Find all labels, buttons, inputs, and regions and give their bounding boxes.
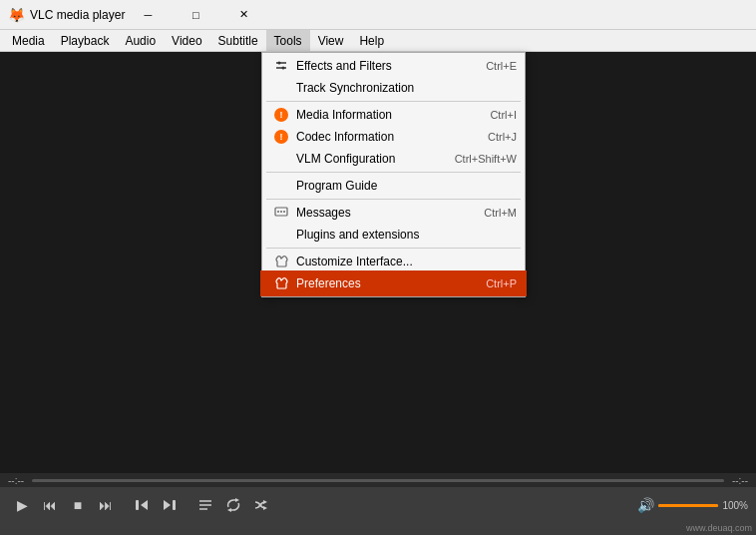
menu-playback[interactable]: Playback <box>53 30 118 51</box>
volume-fill <box>658 504 718 507</box>
watermark: www.deuaq.com <box>686 523 752 533</box>
codecinfo-shortcut: Ctrl+J <box>488 131 517 143</box>
minimize-button[interactable]: ─ <box>125 0 171 30</box>
controls-row: ▶ ⏮ ■ ⏭ <box>0 487 756 523</box>
orange-dot-mediainfo: ! <box>274 108 288 122</box>
orange-dot-codecinfo: ! <box>274 130 288 144</box>
progress-bar-track[interactable] <box>32 479 724 482</box>
frame-forward-button[interactable] <box>158 493 182 517</box>
separator-1 <box>266 101 521 102</box>
codecinfo-icon: ! <box>270 130 292 144</box>
play-button[interactable]: ▶ <box>10 493 34 517</box>
menu-help[interactable]: Help <box>351 30 392 51</box>
messages-label: Messages <box>296 206 476 220</box>
time-right: --:-- <box>732 475 748 486</box>
random-button[interactable] <box>249 493 273 517</box>
volume-label: 100% <box>722 500 748 511</box>
plugins-label: Plugins and extensions <box>296 228 517 242</box>
menu-item-programguide[interactable]: Program Guide <box>262 175 525 197</box>
svg-rect-16 <box>173 500 176 510</box>
close-button[interactable]: ✕ <box>220 0 266 30</box>
volume-icon[interactable]: 🔊 <box>637 497 654 513</box>
title-bar: 🦊 VLC media player ─ □ ✕ <box>0 0 756 30</box>
menu-item-effects[interactable]: Effects and Filters Ctrl+E <box>262 55 525 77</box>
svg-point-10 <box>277 211 279 213</box>
loop-button[interactable] <box>221 493 245 517</box>
effects-shortcut: Ctrl+E <box>486 60 517 72</box>
effects-label: Effects and Filters <box>296 59 478 73</box>
vlmconfig-label: VLM Configuration <box>296 152 447 166</box>
messages-icon <box>270 206 292 220</box>
mediainfo-shortcut: Ctrl+I <box>490 109 517 121</box>
menu-audio[interactable]: Audio <box>117 30 164 51</box>
preferences-label: Preferences <box>296 276 478 290</box>
tracksync-label: Track Synchronization <box>296 81 517 95</box>
menu-video[interactable]: Video <box>164 30 209 51</box>
menu-item-preferences[interactable]: Preferences Ctrl+P <box>262 272 525 294</box>
svg-point-6 <box>278 62 281 65</box>
time-left: --:-- <box>8 475 24 486</box>
menu-media[interactable]: Media <box>4 30 53 51</box>
svg-point-12 <box>283 211 285 213</box>
frame-back-button[interactable] <box>130 493 154 517</box>
menu-item-codecinfo[interactable]: ! Codec Information Ctrl+J <box>262 126 525 148</box>
svg-marker-22 <box>263 500 267 504</box>
messages-shortcut: Ctrl+M <box>484 207 517 219</box>
svg-point-11 <box>280 211 282 213</box>
svg-marker-21 <box>227 508 231 512</box>
main-content: Effects and Filters Ctrl+E Track Synchro… <box>0 52 756 471</box>
preferences-icon <box>270 276 292 290</box>
vlmconfig-shortcut: Ctrl+Shift+W <box>455 153 517 165</box>
progress-bar-container: --:-- --:-- <box>0 473 756 487</box>
svg-rect-13 <box>136 500 139 510</box>
tools-dropdown: Effects and Filters Ctrl+E Track Synchro… <box>261 52 526 297</box>
preferences-shortcut: Ctrl+P <box>486 277 517 289</box>
menu-item-plugins[interactable]: Plugins and extensions <box>262 224 525 246</box>
svg-point-8 <box>282 67 285 70</box>
svg-marker-23 <box>263 506 267 510</box>
menu-tools[interactable]: Tools <box>266 30 310 51</box>
svg-marker-14 <box>141 500 148 510</box>
volume-section: 🔊 100% <box>637 497 748 513</box>
menu-item-tracksync[interactable]: Track Synchronization <box>262 77 525 99</box>
control-bar: --:-- --:-- ▶ ⏮ ■ ⏭ <box>0 473 756 535</box>
playlist-button[interactable] <box>193 493 217 517</box>
menu-item-messages[interactable]: Messages Ctrl+M <box>262 202 525 224</box>
menu-item-vlmconfig[interactable]: VLM Configuration Ctrl+Shift+W <box>262 148 525 170</box>
mediainfo-label: Media Information <box>296 108 482 122</box>
app-icon: 🦊 <box>8 7 25 23</box>
menu-subtitle[interactable]: Subtitle <box>210 30 266 51</box>
next-button[interactable]: ⏭ <box>94 493 118 517</box>
separator-4 <box>266 248 521 249</box>
customize-icon <box>270 255 292 268</box>
svg-marker-15 <box>164 500 171 510</box>
prev-button[interactable]: ⏮ <box>38 493 62 517</box>
customize-label: Customize Interface... <box>296 255 517 268</box>
programguide-label: Program Guide <box>296 179 517 193</box>
volume-slider[interactable] <box>658 504 718 507</box>
menu-item-customize[interactable]: Customize Interface... <box>262 251 525 272</box>
separator-2 <box>266 172 521 173</box>
menu-item-mediainfo[interactable]: ! Media Information Ctrl+I <box>262 104 525 126</box>
menu-bar: Media Playback Audio Video Subtitle Tool… <box>0 30 756 52</box>
window-controls: ─ □ ✕ <box>125 0 266 30</box>
svg-marker-20 <box>235 498 239 502</box>
mediainfo-icon: ! <box>270 108 292 122</box>
stop-button[interactable]: ■ <box>66 493 90 517</box>
menu-view[interactable]: View <box>310 30 352 51</box>
codecinfo-label: Codec Information <box>296 130 480 144</box>
separator-3 <box>266 199 521 200</box>
maximize-button[interactable]: □ <box>173 0 218 30</box>
title-bar-text: VLC media player <box>30 8 125 22</box>
sliders-icon <box>270 59 292 73</box>
